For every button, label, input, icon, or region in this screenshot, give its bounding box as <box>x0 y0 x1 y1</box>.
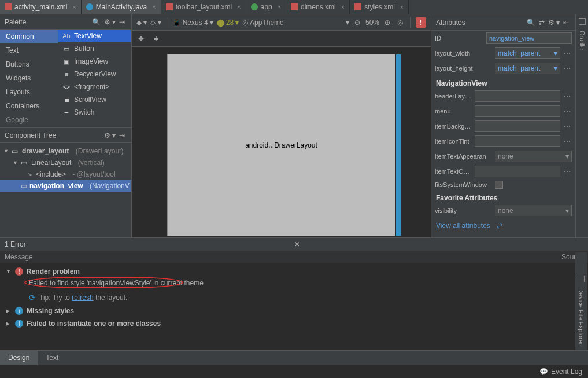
tab-activity-main[interactable]: activity_main.xml× <box>0 0 82 14</box>
search-icon[interactable]: 🔍 <box>525 19 537 27</box>
palette-header: Palette 🔍 ⚙ ▾ ⇥ <box>0 14 131 30</box>
attr-itemicontint-input[interactable] <box>475 135 560 147</box>
device-frame[interactable]: android...DrawerLayout <box>167 54 395 236</box>
error-item-render[interactable]: ▼!Render problem <box>0 265 588 278</box>
palette-item-button[interactable]: ▭Button <box>58 42 131 55</box>
tab-toolbar-layout[interactable]: toolbar_layout.xml× <box>161 0 246 14</box>
attr-fitssystemwindows-checkbox[interactable] <box>495 181 503 189</box>
more-icon[interactable]: ⋯ <box>563 167 572 175</box>
view-all-attributes-link[interactable]: View all attributes <box>431 218 495 233</box>
tab-app[interactable]: app× <box>246 0 286 14</box>
close-icon[interactable]: × <box>341 3 345 10</box>
palette-cat-containers[interactable]: Containers <box>0 99 58 113</box>
attr-layout-height-dropdown[interactable]: match_parent▾ <box>495 63 560 74</box>
right-tool-strip: Gradle <box>575 14 588 237</box>
close-icon[interactable]: ✕ <box>294 240 584 248</box>
search-icon[interactable]: 🔍 <box>90 18 102 26</box>
palette-cat-layouts[interactable]: Layouts <box>0 85 58 99</box>
api-dropdown[interactable]: ⬤ 28 ▾ <box>217 19 239 27</box>
attributes-panel: ID layout_widthmatch_parent▾⋯ layout_hei… <box>431 31 575 237</box>
pan-icon[interactable]: ✥ <box>136 35 146 43</box>
palette-cat-text[interactable]: Text <box>0 43 58 57</box>
attr-layout-width-dropdown[interactable]: match_parent▾ <box>495 47 560 59</box>
close-icon[interactable]: × <box>400 3 404 10</box>
more-icon[interactable]: ⋯ <box>563 107 572 115</box>
tab-styles[interactable]: styles.xml× <box>350 0 409 14</box>
close-icon[interactable]: × <box>72 3 76 10</box>
palette-item-switch[interactable]: ⊸Switch <box>58 106 131 119</box>
attr-itemtextappearance-dropdown[interactable]: none▾ <box>495 151 572 162</box>
info-icon: i <box>15 320 23 328</box>
collapse-icon[interactable]: ⇥ <box>117 18 127 26</box>
attr-headerlayout-input[interactable] <box>475 90 560 102</box>
more-icon[interactable]: ⋯ <box>563 49 572 57</box>
refresh-link[interactable]: refresh <box>72 293 93 302</box>
gear-icon[interactable]: ⚙ ▾ <box>102 131 117 140</box>
editor-mode-tabs: Design Text <box>0 350 588 365</box>
collapse-icon[interactable]: ⇥ <box>117 131 127 140</box>
palette-item-imageview[interactable]: ▣ImageView <box>58 55 131 68</box>
tree-row-linearlayout[interactable]: ▼▭LinearLayout (vertical) <box>0 157 131 168</box>
preview-mode-strip: ✥ ≑ <box>132 31 431 47</box>
attr-id-input[interactable] <box>486 32 572 44</box>
device-file-explorer-icon[interactable] <box>578 276 585 282</box>
swap-icon[interactable]: ⇄ <box>537 19 546 27</box>
device-dropdown[interactable]: 📱 Nexus 4 ▾ <box>172 19 213 27</box>
palette-categories: Common Text Buttons Widgets Layouts Cont… <box>0 30 58 127</box>
gradle-icon[interactable] <box>579 18 586 25</box>
palette-item-recyclerview[interactable]: ≡RecyclerView <box>58 68 131 80</box>
view-mode-dropdown[interactable]: ◆ ▾ <box>136 19 147 27</box>
close-icon[interactable]: × <box>278 3 281 10</box>
speech-bubble-icon: 💬 <box>539 368 548 376</box>
design-tab[interactable]: Design <box>0 351 38 365</box>
palette-cat-common[interactable]: Common <box>0 30 58 43</box>
more-icon[interactable]: ⋯ <box>563 122 572 130</box>
palette-item-fragment[interactable]: <><fragment> <box>58 80 131 93</box>
palette-cat-buttons[interactable]: Buttons <box>0 57 58 71</box>
gear-icon[interactable]: ⚙ ▾ <box>102 18 117 26</box>
more-icon[interactable]: ⋯ <box>563 137 572 145</box>
locale-dropdown[interactable]: ▾ <box>346 19 349 27</box>
more-icon[interactable]: ⋯ <box>563 64 572 72</box>
attributes-header: Attributes 🔍 ⇄ ⚙ ▾ ⇤ <box>431 14 575 31</box>
palette-item-scrollview[interactable]: ≣ScrollView <box>58 93 131 106</box>
component-tree: ▼▭drawer_layout (DrawerLayout) ▼▭LinearL… <box>0 143 131 237</box>
layout-preview[interactable]: android...DrawerLayout <box>132 47 431 237</box>
attr-itemtextcolor-input[interactable] <box>475 166 560 177</box>
event-log-bar[interactable]: 💬Event Log <box>0 365 588 378</box>
attr-visibility-dropdown[interactable]: none▾ <box>495 205 572 216</box>
tree-row-include[interactable]: ↘<include> - @layout/tool <box>0 168 131 180</box>
error-item-failed-instantiate[interactable]: ▶iFailed to instantiate one or more clas… <box>0 317 588 330</box>
palette-title: Palette <box>5 18 90 26</box>
zoom-fit-icon[interactable]: ◎ <box>395 19 405 27</box>
error-tip: ⟳Tip: Try to refresh the layout. <box>0 291 588 304</box>
more-icon[interactable]: ⋯ <box>563 92 572 100</box>
error-count: 1 Error <box>5 240 294 248</box>
zoom-in-icon[interactable]: ⊕ <box>383 19 392 27</box>
device-file-explorer-tab[interactable]: Device File Explorer <box>578 286 585 347</box>
attr-itembackground-input[interactable] <box>475 120 560 132</box>
orientation-dropdown[interactable]: ◇ ▾ <box>150 19 161 27</box>
error-item-missing-styles[interactable]: ▶iMissing styles <box>0 304 588 317</box>
attr-menu-input[interactable] <box>475 105 560 117</box>
close-icon[interactable]: × <box>152 3 156 10</box>
attr-section-navigationview: NavigationView <box>431 76 575 89</box>
palette-item-textview[interactable]: AbTextView <box>58 30 131 42</box>
zoom-out-icon[interactable]: ⊖ <box>353 19 362 27</box>
tab-dimens[interactable]: dimens.xml× <box>286 0 350 14</box>
tab-main-activity[interactable]: MainActivity.java× <box>82 0 161 14</box>
tree-row-drawer-layout[interactable]: ▼▭drawer_layout (DrawerLayout) <box>0 145 131 157</box>
gradle-tab[interactable]: Gradle <box>579 28 586 52</box>
error-icon: ! <box>15 267 23 276</box>
warnings-badge[interactable]: ! <box>416 17 426 28</box>
theme-dropdown[interactable]: ◎ AppTheme <box>242 19 284 27</box>
text-tab[interactable]: Text <box>38 351 66 365</box>
gear-icon[interactable]: ⚙ ▾ <box>546 19 561 27</box>
align-icon[interactable]: ≑ <box>151 35 161 43</box>
refresh-icon[interactable]: ⟳ <box>29 293 36 302</box>
palette-cat-google[interactable]: Google <box>0 113 58 127</box>
collapse-icon[interactable]: ⇤ <box>561 19 571 27</box>
close-icon[interactable]: × <box>237 3 241 10</box>
tree-row-navigation-view[interactable]: ▭navigation_view (NavigationV <box>0 180 131 192</box>
palette-cat-widgets[interactable]: Widgets <box>0 71 58 85</box>
